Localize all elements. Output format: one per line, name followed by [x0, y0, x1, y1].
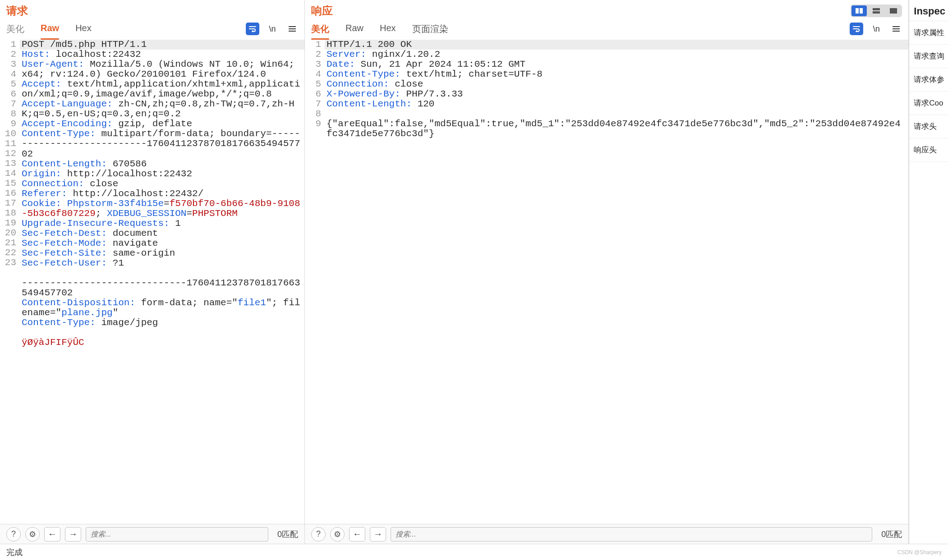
svg-rect-2: [873, 8, 880, 10]
response-editor[interactable]: 123456789 HTTP/1.1 200 OKServer: nginx/1…: [305, 39, 908, 524]
request-gutter: 1234567891011121314151617181920212223: [0, 39, 20, 348]
sidebar-item[interactable]: 请求属性: [909, 21, 948, 45]
menu-icon[interactable]: [889, 23, 903, 35]
svg-rect-3: [873, 11, 880, 14]
newline-icon[interactable]: \n: [266, 23, 279, 35]
wrap-toggle-icon[interactable]: [246, 23, 259, 35]
request-search-input[interactable]: [86, 527, 268, 542]
search-prev-button[interactable]: ←: [44, 527, 60, 542]
watermark: CSDN @Sharpery: [897, 549, 942, 555]
request-editor[interactable]: 1234567891011121314151617181920212223 PO…: [0, 39, 304, 524]
sidebar-title: Inspec: [909, 0, 948, 21]
tab-request-hex[interactable]: Hex: [75, 20, 92, 38]
tab-request-beautify[interactable]: 美化: [6, 20, 24, 38]
newline-icon[interactable]: \n: [870, 23, 883, 35]
svg-rect-1: [860, 8, 863, 14]
tab-response-beautify[interactable]: 美化: [311, 20, 329, 38]
main-row: 请求 美化 Raw Hex \n 12345678910111213141516…: [0, 0, 948, 544]
response-match-count: 0匹配: [881, 529, 902, 540]
response-panel: 响应 美化 Raw Hex 页面渲染: [305, 0, 909, 544]
request-match-count: 0匹配: [277, 529, 298, 540]
sidebar-item[interactable]: 请求体参: [909, 68, 948, 92]
help-button[interactable]: ?: [6, 527, 21, 542]
search-prev-button[interactable]: ←: [349, 527, 365, 542]
app-root: 请求 美化 Raw Hex \n 12345678910111213141516…: [0, 0, 948, 560]
request-footer: ? ⚙ ← → 0匹配: [0, 524, 304, 544]
sidebar-item[interactable]: 响应头: [909, 138, 948, 162]
layout-rows-icon[interactable]: [869, 5, 884, 16]
response-code[interactable]: HTTP/1.1 200 OKServer: nginx/1.20.2Date:…: [325, 39, 908, 139]
response-footer: ? ⚙ ← → 0匹配: [305, 524, 908, 544]
request-panel: 请求 美化 Raw Hex \n 12345678910111213141516…: [0, 0, 305, 544]
sidebar-item[interactable]: 请求查询: [909, 45, 948, 68]
menu-icon[interactable]: [285, 23, 299, 35]
status-bar: 完成 CSDN @Sharpery: [0, 544, 948, 560]
layout-single-icon[interactable]: [886, 5, 901, 16]
request-code[interactable]: POST /md5.php HTTP/1.1Host: localhost:22…: [20, 39, 304, 348]
sidebar-item[interactable]: 请求Coo: [909, 92, 948, 115]
search-next-button[interactable]: →: [370, 527, 386, 542]
inspector-sidebar: Inspec 请求属性 请求查询 请求体参 请求Coo 请求头 响应头: [909, 0, 948, 544]
tab-response-hex[interactable]: Hex: [380, 20, 396, 38]
settings-button[interactable]: ⚙: [330, 527, 345, 542]
status-text: 完成: [6, 547, 23, 558]
response-gutter: 123456789: [305, 39, 325, 139]
svg-rect-4: [890, 8, 897, 14]
wrap-toggle-icon[interactable]: [850, 23, 863, 35]
tab-request-raw[interactable]: Raw: [41, 20, 59, 38]
response-search-input[interactable]: [391, 527, 872, 542]
tab-response-render[interactable]: 页面渲染: [412, 20, 448, 38]
search-next-button[interactable]: →: [65, 527, 81, 542]
layout-columns-icon[interactable]: [851, 5, 867, 16]
response-title: 响应: [311, 4, 333, 18]
request-title: 请求: [6, 4, 28, 18]
layout-toggle: [851, 5, 902, 17]
sidebar-item[interactable]: 请求头: [909, 115, 948, 138]
svg-rect-0: [856, 8, 859, 14]
settings-button[interactable]: ⚙: [25, 527, 40, 542]
tab-response-raw[interactable]: Raw: [345, 20, 364, 38]
help-button[interactable]: ?: [311, 527, 326, 542]
